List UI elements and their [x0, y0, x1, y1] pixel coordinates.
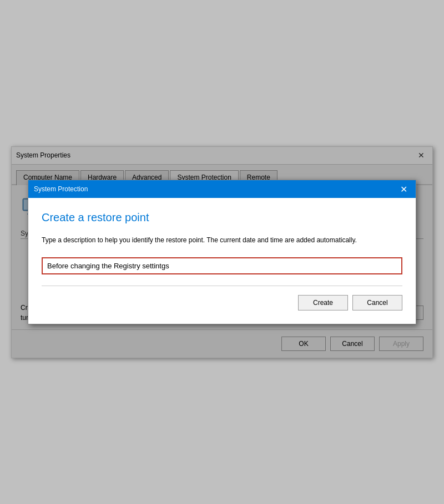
system-properties-window: System Properties ✕ Computer Name Hardwa… — [11, 146, 433, 358]
modal-create-button[interactable]: Create — [298, 295, 348, 310]
modal-title-bar: System Protection ✕ — [28, 180, 416, 198]
restore-point-name-input[interactable] — [42, 257, 402, 274]
modal-buttons: Create Cancel — [42, 295, 402, 315]
modal-overlay: System Protection ✕ Create a restore poi… — [12, 147, 432, 358]
system-protection-dialog: System Protection ✕ Create a restore poi… — [28, 180, 416, 324]
modal-heading: Create a restore point — [42, 211, 402, 224]
modal-divider — [42, 286, 402, 286]
modal-cancel-button[interactable]: Cancel — [352, 295, 402, 310]
modal-close-button[interactable]: ✕ — [397, 182, 410, 196]
modal-body: Create a restore point Type a descriptio… — [28, 198, 416, 323]
modal-description: Type a description to help you identify … — [42, 235, 402, 246]
modal-title-text: System Protection — [34, 185, 88, 193]
